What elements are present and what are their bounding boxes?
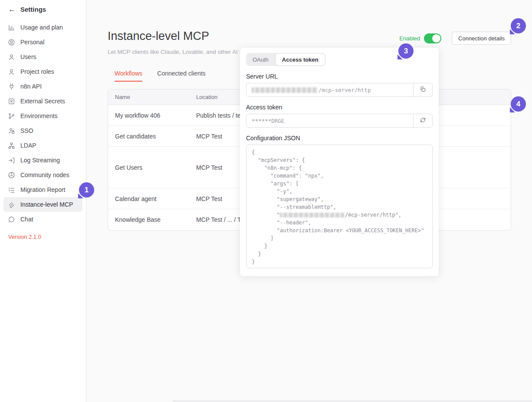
globe-icon bbox=[8, 171, 15, 179]
sidebar-item-label: Log Streaming bbox=[20, 157, 60, 164]
hierarchy-icon bbox=[8, 142, 15, 149]
chat-bubble-icon bbox=[8, 216, 15, 223]
workflow-name: Knowledge Base bbox=[108, 216, 189, 223]
mcp-icon bbox=[8, 201, 15, 208]
sidebar-item-project-roles[interactable]: Project roles bbox=[3, 64, 82, 79]
sidebar-item-label: SSO bbox=[20, 127, 33, 134]
step-badge-4: 4 bbox=[511, 96, 526, 112]
version-label: Version 2.1.0 bbox=[8, 234, 86, 240]
plug-icon bbox=[8, 83, 15, 90]
main-tabs: Workflows Connected clients bbox=[115, 70, 206, 82]
column-header-name: Name bbox=[108, 94, 189, 100]
sidebar-item-label: Migration Report bbox=[20, 186, 66, 193]
mcp-enabled-toggle[interactable] bbox=[424, 33, 441, 43]
copy-server-url-button[interactable] bbox=[413, 83, 432, 96]
code-line: "-y", bbox=[252, 188, 427, 195]
code-line: ] bbox=[252, 234, 427, 242]
sidebar-item-migration-report[interactable]: Migration Report bbox=[3, 182, 82, 197]
refresh-icon bbox=[420, 117, 426, 125]
enabled-label: Enabled bbox=[399, 35, 420, 42]
git-branch-icon bbox=[8, 112, 15, 120]
code-line: } bbox=[252, 242, 427, 250]
connection-details-popover: OAuth Access token Server URL /mcp-serve… bbox=[240, 48, 439, 276]
workflow-name: My workflow 406 bbox=[108, 112, 189, 119]
sidebar-header: ← Settings bbox=[0, 0, 86, 16]
sidebar-item-label: Chat bbox=[20, 216, 33, 223]
access-token-field: ******DRGE bbox=[246, 114, 433, 128]
log-in-icon bbox=[8, 157, 15, 164]
tab-access-token[interactable]: Access token bbox=[275, 53, 325, 66]
auth-method-segmented-control: OAuth Access token bbox=[246, 53, 325, 66]
step-badge-3: 3 bbox=[398, 43, 414, 59]
code-line: "supergateway", bbox=[252, 195, 427, 203]
sidebar-item-chat[interactable]: Chat bbox=[3, 212, 82, 227]
sidebar-item-users[interactable]: Users bbox=[3, 49, 82, 64]
sidebar-item-label: Instance-level MCP bbox=[20, 201, 73, 208]
sidebar-item-label: External Secrets bbox=[20, 98, 65, 105]
sidebar-item-label: Environments bbox=[20, 112, 58, 119]
sidebar-item-label: Project roles bbox=[20, 68, 54, 75]
user-icon bbox=[8, 53, 15, 61]
sidebar-item-label: Community nodes bbox=[20, 171, 69, 178]
sidebar-item-log-streaming[interactable]: Log Streaming bbox=[3, 153, 82, 168]
header-controls: Enabled Connection details bbox=[399, 32, 511, 45]
vault-icon bbox=[8, 98, 15, 105]
sidebar-item-community-nodes[interactable]: Community nodes bbox=[3, 168, 82, 182]
sidebar-item-ldap[interactable]: LDAP bbox=[3, 138, 82, 153]
step-badge-2: 2 bbox=[511, 18, 526, 33]
tab-oauth[interactable]: OAuth bbox=[246, 53, 275, 66]
sidebar-item-n8n-api[interactable]: n8n API bbox=[3, 79, 82, 94]
code-line: "n8n-mcp": { bbox=[252, 164, 427, 172]
window-bottom-edge bbox=[173, 400, 532, 402]
code-line: "authorization:Bearer <YOUR_ACCESS_TOKEN… bbox=[252, 227, 427, 234]
user-circle-icon bbox=[8, 39, 15, 46]
sidebar-item-label: n8n API bbox=[20, 83, 42, 90]
workflow-name: Get candidates bbox=[108, 133, 189, 140]
code-line: } bbox=[252, 250, 427, 258]
code-line: "mcpServers": { bbox=[252, 156, 427, 164]
configuration-json-label: Configuration JSON bbox=[246, 135, 433, 142]
code-line: "--streamableHttp", bbox=[252, 203, 427, 211]
page-title: Instance-level MCP bbox=[108, 30, 209, 43]
access-token-label: Access token bbox=[246, 104, 433, 111]
server-url-value[interactable]: /mcp-server/http bbox=[246, 83, 413, 96]
tab-workflows[interactable]: Workflows bbox=[115, 70, 142, 82]
sidebar-item-label: Users bbox=[20, 53, 36, 60]
sidebar-item-label: Usage and plan bbox=[20, 24, 63, 31]
toggle-knob bbox=[432, 34, 440, 43]
redacted-url-prefix bbox=[252, 87, 318, 93]
rotate-access-token-button[interactable] bbox=[413, 114, 432, 127]
step-badge-1: 1 bbox=[79, 182, 94, 198]
sidebar-item-usage-and-plan[interactable]: Usage and plan bbox=[3, 20, 82, 35]
sidebar-item-external-secrets[interactable]: External Secrets bbox=[3, 94, 82, 109]
user-key-icon bbox=[8, 127, 15, 135]
back-arrow-icon[interactable]: ← bbox=[8, 6, 16, 13]
access-token-value[interactable]: ******DRGE bbox=[246, 114, 413, 127]
tab-connected-clients[interactable]: Connected clients bbox=[157, 70, 205, 82]
sidebar-item-instance-level-mcp[interactable]: Instance-level MCP bbox=[3, 197, 82, 212]
code-line: "args": [ bbox=[252, 180, 427, 188]
code-line-redacted-url: "/mcp-server/http", bbox=[252, 211, 427, 219]
sidebar-menu: Usage and plan Personal Users Project ro… bbox=[0, 16, 86, 227]
sidebar-item-environments[interactable]: Environments bbox=[3, 109, 82, 123]
connection-details-button[interactable]: Connection details bbox=[452, 32, 511, 45]
server-url-label: Server URL bbox=[246, 73, 433, 80]
sidebar-title: Settings bbox=[20, 6, 46, 13]
workflow-name: Calendar agent bbox=[108, 195, 189, 202]
bar-chart-icon bbox=[8, 24, 15, 31]
code-line: } bbox=[252, 258, 427, 266]
sidebar-item-personal[interactable]: Personal bbox=[3, 35, 82, 49]
server-url-field: /mcp-server/http bbox=[246, 83, 433, 97]
code-line: "command": "npx", bbox=[252, 172, 427, 180]
sidebar-item-sso[interactable]: SSO bbox=[3, 123, 82, 138]
configuration-json-code[interactable]: { "mcpServers": { "n8n-mcp": { "command"… bbox=[246, 145, 433, 268]
server-url-suffix: /mcp-server/http bbox=[319, 87, 371, 93]
checklist-icon bbox=[8, 186, 15, 194]
workflow-name: Get Users bbox=[108, 164, 189, 171]
sidebar-item-label: Personal bbox=[20, 39, 44, 46]
copy-icon bbox=[420, 86, 426, 94]
code-line: "--header", bbox=[252, 219, 427, 227]
sidebar-item-label: LDAP bbox=[20, 142, 36, 149]
user-icon bbox=[8, 68, 15, 76]
code-line: { bbox=[252, 148, 427, 156]
